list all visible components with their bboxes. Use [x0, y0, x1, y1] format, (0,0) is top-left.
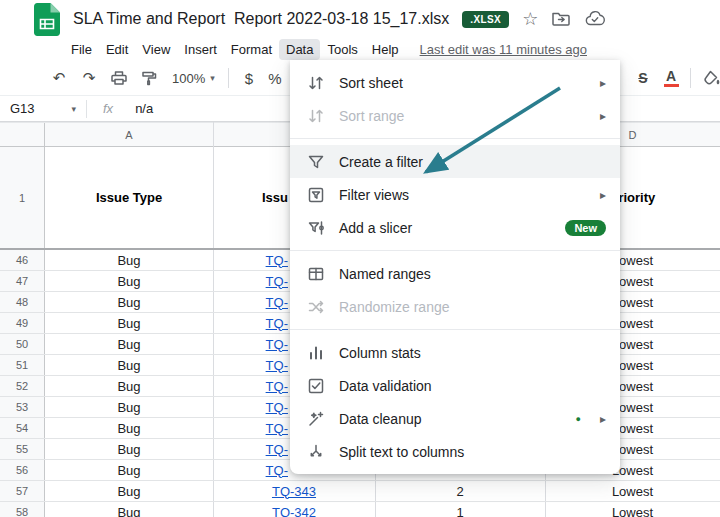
issue-link[interactable]: TQ-	[266, 274, 288, 289]
print-button[interactable]	[106, 65, 132, 91]
cell-name-box[interactable]: G13 ▾	[0, 101, 86, 116]
sheets-logo-icon[interactable]	[34, 3, 60, 36]
sort-icon	[306, 107, 326, 125]
row-number[interactable]: 47	[0, 271, 45, 291]
last-edit-link[interactable]: Last edit was 11 minutes ago	[420, 42, 587, 57]
cell-issue-type[interactable]: Bug	[45, 313, 213, 333]
row-number[interactable]: 49	[0, 313, 45, 333]
cell-issue-type[interactable]: Bug	[45, 397, 213, 417]
issue-link[interactable]: TQ-	[266, 421, 288, 436]
menu-item-column-stats[interactable]: Column stats	[290, 336, 620, 369]
menu-data[interactable]: Data	[279, 39, 320, 60]
issue-link[interactable]: TQ-	[266, 253, 288, 268]
column-stats-icon	[306, 344, 326, 362]
cell-priority[interactable]: Lowest	[545, 502, 720, 517]
cell-issue-type[interactable]: Bug	[45, 334, 213, 354]
cell-issue-key[interactable]: TQ-342	[213, 502, 375, 517]
fill-color-button[interactable]	[698, 65, 720, 91]
menu-item-split-text-to-columns[interactable]: Split text to columns	[290, 435, 620, 468]
row-number[interactable]: 55	[0, 439, 45, 459]
cloud-status-icon[interactable]	[584, 9, 606, 29]
table-row: 57 Bug TQ-343 2 Lowest	[0, 481, 720, 502]
google-sheets-window: SLA Time and Report Report 2022-03-18 15…	[0, 0, 720, 517]
issue-link[interactable]: TQ-	[266, 442, 288, 457]
row-number[interactable]: 48	[0, 292, 45, 312]
zoom-select[interactable]: 100% ▾	[166, 65, 221, 91]
cell-issue-key[interactable]: TQ-343	[213, 481, 375, 501]
cell-issue-type[interactable]: Bug	[45, 355, 213, 375]
text-color-button[interactable]: A	[658, 65, 684, 91]
cell-issue-type[interactable]: Bug	[45, 376, 213, 396]
cell-count[interactable]: 2	[375, 481, 545, 501]
cell-issue-type[interactable]: Bug	[45, 271, 213, 291]
table-row: 58 Bug TQ-342 1 Lowest	[0, 502, 720, 517]
cell-issue-type[interactable]: Bug	[45, 418, 213, 438]
menu-item-add-a-slicer[interactable]: Add a slicer New	[290, 211, 620, 244]
row-number[interactable]: 46	[0, 250, 45, 270]
row-number[interactable]: 1	[0, 147, 45, 248]
issue-link[interactable]: TQ-343	[272, 484, 316, 499]
menu-item-data-validation[interactable]: Data validation	[290, 369, 620, 402]
toolbar-divider	[690, 68, 691, 88]
format-currency-button[interactable]: $	[236, 65, 262, 91]
issue-link[interactable]: TQ-	[266, 463, 288, 478]
data-validation-icon	[306, 377, 326, 395]
menu-format[interactable]: Format	[224, 39, 279, 60]
formula-input[interactable]: n/a	[135, 101, 153, 116]
issue-link[interactable]: TQ-	[266, 379, 288, 394]
issue-link[interactable]: TQ-	[266, 316, 288, 331]
new-badge: New	[565, 220, 606, 236]
issue-link[interactable]: TQ-	[266, 358, 288, 373]
cell-issue-type[interactable]: Bug	[45, 502, 213, 517]
menu-item-named-ranges[interactable]: Named ranges	[290, 257, 620, 290]
slicer-icon	[306, 219, 326, 237]
strikethrough-button[interactable]: S	[630, 65, 656, 91]
format-percent-button[interactable]: %	[262, 65, 288, 91]
fill-bucket-icon	[702, 69, 720, 87]
undo-button[interactable]: ↶	[46, 65, 72, 91]
column-header-a[interactable]: A	[45, 123, 213, 146]
cell-issue-type[interactable]: Bug	[45, 439, 213, 459]
redo-button[interactable]: ↷	[76, 65, 102, 91]
paint-format-button[interactable]	[136, 65, 162, 91]
menu-file[interactable]: File	[64, 39, 99, 60]
issue-link[interactable]: TQ-342	[272, 505, 316, 517]
cell-issue-type[interactable]: Bug	[45, 460, 213, 480]
row-number[interactable]: 51	[0, 355, 45, 375]
select-all-corner[interactable]	[0, 123, 45, 146]
cell-issue-type[interactable]: Bug	[45, 481, 213, 501]
menu-help[interactable]: Help	[365, 39, 406, 60]
row-number[interactable]: 52	[0, 376, 45, 396]
document-title[interactable]: SLA Time and Report Report 2022-03-18 15…	[73, 10, 449, 28]
titlebar: SLA Time and Report Report 2022-03-18 15…	[0, 0, 720, 38]
menu-item-randomize-range[interactable]: Randomize range	[290, 290, 620, 323]
move-to-folder-icon[interactable]	[551, 9, 571, 29]
menu-insert[interactable]: Insert	[177, 39, 224, 60]
issue-link[interactable]: TQ-	[266, 337, 288, 352]
menu-item-label: Randomize range	[339, 299, 606, 315]
cell-issue-type[interactable]: Bug	[45, 250, 213, 270]
row-number[interactable]: 54	[0, 418, 45, 438]
menu-view[interactable]: View	[135, 39, 177, 60]
row-number[interactable]: 56	[0, 460, 45, 480]
cell-issue-type[interactable]: Bug	[45, 292, 213, 312]
percent-icon: %	[268, 70, 281, 87]
annotation-arrow	[400, 72, 580, 187]
issue-link[interactable]: TQ-	[266, 400, 288, 415]
menu-item-data-cleanup[interactable]: Data cleanup ● ▸	[290, 402, 620, 435]
cell-count[interactable]: 1	[375, 502, 545, 517]
row-number[interactable]: 50	[0, 334, 45, 354]
header-issue-type[interactable]: Issue Type	[45, 147, 213, 248]
star-icon[interactable]: ☆	[522, 10, 538, 28]
row-number[interactable]: 57	[0, 481, 45, 501]
paint-roller-icon	[140, 69, 158, 87]
xlsx-badge: .XLSX	[462, 11, 509, 28]
row-number[interactable]: 58	[0, 502, 45, 517]
row-number[interactable]: 53	[0, 397, 45, 417]
menu-edit[interactable]: Edit	[99, 39, 135, 60]
menu-tools[interactable]: Tools	[320, 39, 364, 60]
issue-link[interactable]: TQ-	[266, 295, 288, 310]
cell-priority[interactable]: Lowest	[545, 481, 720, 501]
submenu-arrow-icon: ▸	[600, 109, 606, 123]
randomize-icon	[306, 298, 326, 316]
